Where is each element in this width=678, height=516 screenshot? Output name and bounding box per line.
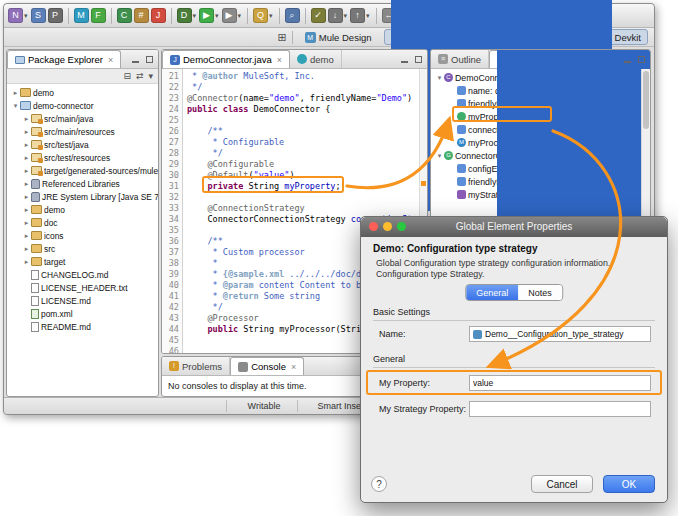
minimize-icon[interactable]: [400, 55, 409, 64]
prev-annotation-icon[interactable]: ↑: [350, 8, 365, 23]
collapse-all-icon[interactable]: ⊟: [123, 71, 131, 81]
save-icon[interactable]: S: [31, 8, 46, 23]
tree-item[interactable]: ▸demo: [7, 86, 158, 99]
close-button[interactable]: [369, 222, 378, 231]
tree-item[interactable]: pom.xml: [7, 307, 158, 320]
scrollbar-thumb[interactable]: [643, 71, 649, 129]
devkit-icon: ◆: [497, 49, 651, 234]
tab-package-explorer[interactable]: Package Explorer ×: [7, 50, 121, 68]
expand-arrow-icon[interactable]: ▸: [22, 115, 31, 123]
zoom-button[interactable]: [397, 222, 406, 231]
help-button[interactable]: ?: [371, 476, 387, 492]
dropdown-arrow-icon[interactable]: ▾: [193, 12, 197, 20]
tree-item[interactable]: ▸icons: [7, 229, 158, 242]
link-with-editor-icon[interactable]: ⇄: [136, 71, 144, 81]
line-number: 30: [162, 170, 179, 181]
line-number-gutter: 2122232425262728293031323334353637383940…: [162, 69, 183, 353]
expand-arrow-icon[interactable]: ▸: [11, 89, 20, 97]
expand-arrow-icon[interactable]: ▸: [22, 219, 31, 227]
next-annotation-icon[interactable]: ↓: [328, 8, 343, 23]
tree-item[interactable]: ▸JRE System Library [Java SE 7]: [7, 190, 158, 203]
search-icon[interactable]: ⌕: [285, 8, 300, 23]
expand-arrow-icon[interactable]: ▸: [22, 258, 31, 266]
tree-item[interactable]: ▸Referenced Libraries: [7, 177, 158, 190]
maximize-icon[interactable]: [145, 55, 154, 64]
tab-general[interactable]: General: [466, 285, 518, 300]
dropdown-arrow-icon[interactable]: ▾: [215, 12, 219, 20]
tab-problems[interactable]: ! Problems: [162, 357, 230, 375]
minimize-icon[interactable]: [623, 55, 632, 64]
tree-item[interactable]: README.md: [7, 320, 158, 333]
tab-notes[interactable]: Notes: [518, 285, 562, 300]
tree-item[interactable]: ▸target/generated-sources/mule: [7, 164, 158, 177]
expand-arrow-icon[interactable]: ▾: [435, 74, 444, 82]
expand-arrow-icon[interactable]: ▸: [22, 245, 31, 253]
dropdown-arrow-icon[interactable]: ▾: [24, 12, 28, 20]
minimize-icon[interactable]: [131, 55, 140, 64]
debug-icon[interactable]: D: [177, 8, 192, 23]
perspective-mule-design[interactable]: M Mule Design: [298, 29, 379, 45]
dialog-title-bar[interactable]: Global Element Properties: [361, 217, 667, 237]
tree-item[interactable]: ▸demo: [7, 203, 158, 216]
open-perspective-icon[interactable]: ⊞: [278, 32, 287, 43]
mark-occurrences-icon[interactable]: ✓: [311, 8, 326, 23]
run-icon[interactable]: ▶: [199, 8, 214, 23]
screenshot-root: N▾SPMFC#JD▾▶▾▶▾Q▾⌕✓↓▾↑▾←▾→▾ ⊞ M Mule Des…: [0, 0, 678, 516]
new-java-package-icon[interactable]: #: [134, 8, 149, 23]
close-icon[interactable]: ×: [277, 55, 282, 65]
new-java-class-icon[interactable]: C: [117, 8, 132, 23]
tree-item-label: LICENSE.md: [41, 296, 91, 306]
view-menu-icon[interactable]: ▾: [148, 71, 153, 81]
dropdown-arrow-icon[interactable]: ▾: [269, 12, 273, 20]
expand-arrow-icon[interactable]: ▸: [22, 167, 31, 175]
tree-item[interactable]: ▸src/main/java: [7, 112, 158, 125]
external-tools-icon[interactable]: ▶: [222, 8, 237, 23]
tree-item[interactable]: ▸src/test/resources: [7, 151, 158, 164]
dropdown-arrow-icon[interactable]: ▾: [344, 12, 348, 20]
tree-item[interactable]: ▾demo-connector: [7, 99, 158, 112]
close-icon[interactable]: ×: [291, 362, 296, 372]
expand-arrow-icon[interactable]: ▸: [22, 193, 31, 201]
tree-item[interactable]: ▸doc: [7, 216, 158, 229]
perspective-devkit[interactable]: D Devkit: [384, 29, 648, 45]
coverage-icon[interactable]: Q: [253, 8, 268, 23]
expand-arrow-icon[interactable]: ▸: [22, 128, 31, 136]
code-line: * Configurable: [187, 137, 419, 148]
name-field[interactable]: Demo__Configuration_type_strategy: [469, 326, 651, 342]
tree-item[interactable]: ▸src/test/java: [7, 138, 158, 151]
tree-item[interactable]: ▸src: [7, 242, 158, 255]
ok-button[interactable]: OK: [603, 475, 655, 493]
tree-item[interactable]: LICENSE_HEADER.txt: [7, 281, 158, 294]
tree-item[interactable]: ▸target: [7, 255, 158, 268]
tree-item[interactable]: CHANGELOG.md: [7, 268, 158, 281]
tab-demo[interactable]: demo: [290, 50, 342, 68]
line-number: 45: [162, 335, 179, 346]
tree-item-label: demo-connector: [33, 101, 94, 111]
expand-arrow-icon[interactable]: ▸: [22, 141, 31, 149]
close-icon[interactable]: ×: [108, 55, 113, 65]
tab-democonnector-java[interactable]: J DemoConnector.java ×: [162, 50, 290, 68]
print-icon[interactable]: P: [48, 8, 63, 23]
new-wizard-icon[interactable]: N: [8, 8, 23, 23]
maximize-icon[interactable]: [637, 55, 646, 64]
my-strategy-property-field[interactable]: [469, 401, 651, 417]
minimize-button[interactable]: [383, 222, 392, 231]
cancel-button[interactable]: Cancel: [531, 475, 593, 493]
dropdown-arrow-icon[interactable]: ▾: [238, 12, 242, 20]
my-property-field[interactable]: value: [469, 375, 651, 391]
dropdown-arrow-icon[interactable]: ▾: [366, 12, 370, 20]
tree-item[interactable]: LICENSE.md: [7, 294, 158, 307]
tab-console[interactable]: Console ×: [230, 357, 304, 375]
new-jar-icon[interactable]: J: [151, 8, 166, 23]
expand-arrow-icon[interactable]: ▾: [11, 102, 20, 110]
new-mule-project-icon[interactable]: M: [74, 8, 89, 23]
tree-item[interactable]: ▸src/main/resources: [7, 125, 158, 138]
maximize-icon[interactable]: [414, 55, 423, 64]
expand-arrow-icon[interactable]: ▾: [435, 152, 444, 160]
new-mule-flow-icon[interactable]: F: [91, 8, 106, 23]
expand-arrow-icon[interactable]: ▸: [22, 154, 31, 162]
expand-arrow-icon[interactable]: ▸: [22, 206, 31, 214]
expand-arrow-icon[interactable]: ▸: [22, 232, 31, 240]
tab-outline[interactable]: ≡ Outline: [431, 50, 489, 68]
expand-arrow-icon[interactable]: ▸: [22, 180, 31, 188]
